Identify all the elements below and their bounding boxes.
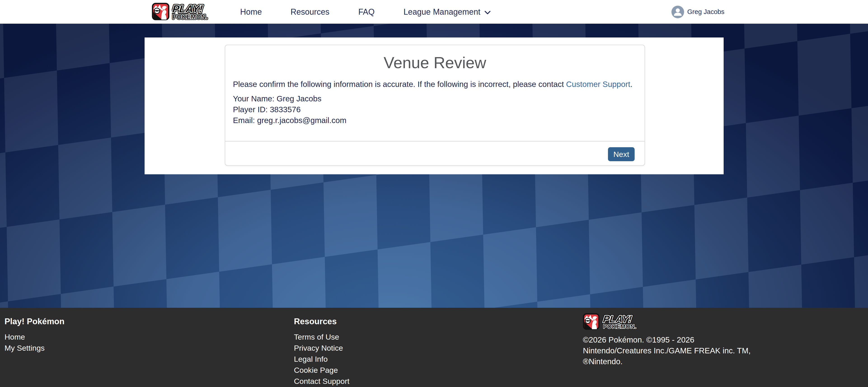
info-value: 3833576 xyxy=(270,105,301,114)
info-label: Email: xyxy=(233,116,255,125)
svg-text:POKÉMON.: POKÉMON. xyxy=(173,13,208,20)
info-line-player-id: Player ID: 3833576 xyxy=(233,104,637,115)
play-pokemon-wordmark: PLAY! PLAY! POKÉMON. POKÉMON. xyxy=(602,313,651,330)
footer-heading-resources: Resources xyxy=(294,317,349,326)
info-label: Your Name: xyxy=(233,94,275,103)
footer-link-my-settings[interactable]: My Settings xyxy=(4,344,64,352)
page: PLAY! PLAY! POKÉMON. POKÉMON. Home Resou… xyxy=(0,0,868,387)
svg-text:PLAY!: PLAY! xyxy=(172,3,203,15)
page-title: Venue Review xyxy=(233,45,637,72)
play-pokemon-logo[interactable]: PLAY! PLAY! POKÉMON. POKÉMON. xyxy=(152,3,222,20)
info-line-name: Your Name: Greg Jacobs xyxy=(233,93,637,104)
user-name: Greg Jacobs xyxy=(687,8,724,15)
content-sheet: Venue Review Please confirm the followin… xyxy=(145,37,724,174)
copyright-line: ®Nintendo. xyxy=(583,356,750,367)
nav-item-league-management[interactable]: League Management xyxy=(403,0,491,24)
nav-item-faq[interactable]: FAQ xyxy=(358,0,375,24)
user-menu[interactable]: Greg Jacobs xyxy=(672,0,724,24)
footer-link-privacy-notice[interactable]: Privacy Notice xyxy=(294,344,349,352)
play-pokemon-emblem-icon xyxy=(152,3,169,20)
svg-text:POKÉMON.: POKÉMON. xyxy=(603,323,637,330)
footer-column-legal: PLAY! PLAY! POKÉMON. POKÉMON. ©2026 Poké… xyxy=(583,313,750,367)
footer-column-play-pokemon: Play! Pokémon Home My Settings xyxy=(4,317,64,355)
svg-text:PLAY!: PLAY! xyxy=(602,314,632,324)
footer-heading-play-pokemon: Play! Pokémon xyxy=(4,317,64,326)
footer-play-pokemon-logo: PLAY! PLAY! POKÉMON. POKÉMON. xyxy=(583,313,750,330)
top-nav-bar: PLAY! PLAY! POKÉMON. POKÉMON. Home Resou… xyxy=(0,0,868,24)
info-line-email: Email: greg.r.jacobs@gmail.com xyxy=(233,115,637,126)
user-avatar-icon xyxy=(672,6,684,18)
copyright-line: Nintendo/Creatures Inc./GAME FREAK inc. … xyxy=(583,345,750,356)
chevron-down-icon xyxy=(484,10,491,15)
venue-review-card: Venue Review Please confirm the followin… xyxy=(225,45,645,166)
venue-review-card-body: Venue Review Please confirm the followin… xyxy=(225,45,645,141)
info-value: Greg Jacobs xyxy=(277,94,321,103)
info-label: Player ID: xyxy=(233,105,268,114)
play-pokemon-emblem-icon xyxy=(583,313,599,330)
card-footer: Next xyxy=(225,141,645,165)
player-info: Your Name: Greg Jacobs Player ID: 383357… xyxy=(233,93,637,126)
customer-support-link[interactable]: Customer Support xyxy=(566,80,630,89)
info-value: greg.r.jacobs@gmail.com xyxy=(257,116,346,125)
footer-link-cookie-page[interactable]: Cookie Page xyxy=(294,366,349,374)
copyright-text: ©2026 Pokémon. ©1995 - 2026 Nintendo/Cre… xyxy=(583,334,750,367)
checkered-background: Venue Review Please confirm the followin… xyxy=(0,24,868,308)
play-pokemon-wordmark: PLAY! PLAY! POKÉMON. POKÉMON. xyxy=(172,3,222,20)
nav-item-resources[interactable]: Resources xyxy=(290,0,330,24)
footer-link-home[interactable]: Home xyxy=(4,333,64,341)
footer-link-terms-of-use[interactable]: Terms of Use xyxy=(294,333,349,341)
footer-link-legal-info[interactable]: Legal Info xyxy=(294,355,349,363)
copyright-line: ©2026 Pokémon. ©1995 - 2026 xyxy=(583,334,750,345)
next-button[interactable]: Next xyxy=(608,147,634,161)
footer-link-contact-support[interactable]: Contact Support xyxy=(294,377,349,385)
confirm-text-before: Please confirm the following information… xyxy=(233,80,564,89)
footer-column-resources: Resources Terms of Use Privacy Notice Le… xyxy=(294,317,349,387)
confirm-text-after: . xyxy=(630,80,632,89)
nav-item-home[interactable]: Home xyxy=(240,0,262,24)
nav-item-league-management-label: League Management xyxy=(403,7,480,17)
confirm-text: Please confirm the following information… xyxy=(233,78,637,90)
site-footer: Play! Pokémon Home My Settings Resources… xyxy=(0,308,868,387)
